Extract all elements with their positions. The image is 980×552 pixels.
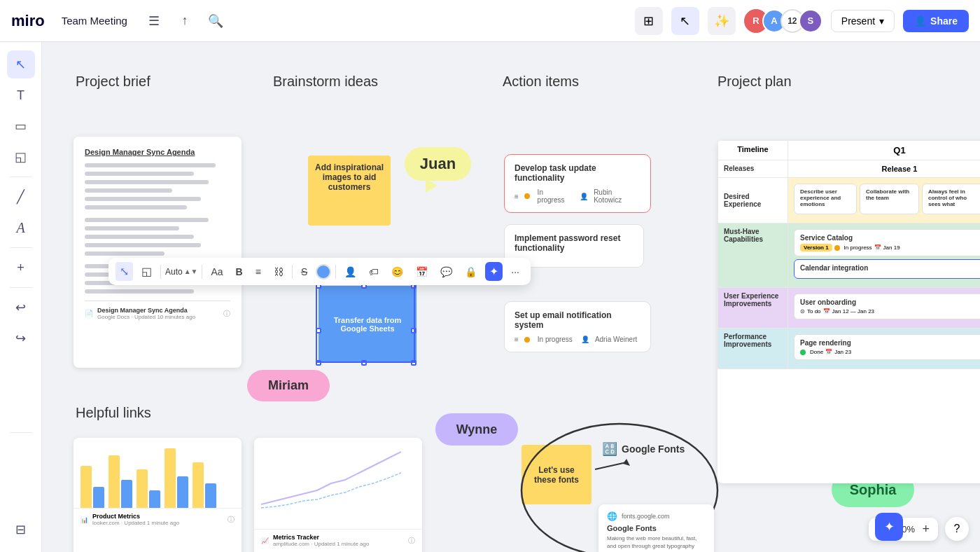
logo: miro bbox=[11, 12, 45, 30]
cursor-tool-header[interactable]: ↖ bbox=[671, 7, 699, 35]
status-dot-1 bbox=[524, 193, 530, 199]
upload-button[interactable]: ↑ bbox=[172, 8, 197, 34]
header: miro Team Meeting ☰ ↑ 🔍 ⊞ ↖ ✨ R A 12 S P… bbox=[0, 0, 980, 42]
tb-magic[interactable]: ✦ bbox=[485, 262, 503, 281]
avatar-group: R A 12 S bbox=[744, 9, 822, 33]
bubble-juan: Juan bbox=[405, 147, 471, 181]
helpful-card-2-source: amplitude.com · Updated 1 minute ago bbox=[273, 541, 369, 547]
tb-bold[interactable]: B bbox=[232, 263, 247, 280]
section-project-brief: Project brief bbox=[76, 74, 150, 90]
section-action-items: Action items bbox=[503, 74, 579, 90]
action-card-3[interactable]: Set up email notification system ≡ In pr… bbox=[504, 301, 651, 352]
tb-person[interactable]: 👤 bbox=[340, 263, 360, 280]
redo-tool[interactable]: ↪ bbox=[7, 324, 35, 352]
pen-tool[interactable]: ╱ bbox=[7, 183, 35, 211]
svg-marker-5 bbox=[623, 459, 630, 466]
header-right: ⊞ ↖ ✨ R A 12 S Present ▾ 👤 Share bbox=[635, 7, 969, 35]
action-card-1-title: Develop task update functionality bbox=[514, 163, 640, 183]
tb-color[interactable] bbox=[316, 264, 331, 280]
tb-frame[interactable]: ◱ bbox=[137, 262, 156, 281]
header-icons: ☰ ↑ 🔍 bbox=[141, 8, 228, 34]
tb-font[interactable]: Aa bbox=[206, 263, 227, 280]
canvas: Project brief Brainstorm ideas Action it… bbox=[42, 42, 980, 552]
tb-date[interactable]: 📅 bbox=[412, 263, 432, 280]
undo-tool[interactable]: ↩ bbox=[7, 294, 35, 322]
google-fonts-brand: 🔠 Google Fonts bbox=[602, 441, 685, 457]
google-fonts-card[interactable]: 🌐 fonts.google.com Google Fonts Making t… bbox=[598, 504, 714, 552]
marker-tool[interactable]: A bbox=[7, 214, 35, 242]
brainstorm-sticky-2[interactable]: Transfer data from Google Sheets bbox=[318, 286, 416, 363]
add-tool[interactable]: + bbox=[7, 254, 35, 282]
gfonts-desc: Making the web more beautiful, fast, and… bbox=[607, 534, 706, 550]
plan-desired-label: Desired Experience bbox=[718, 178, 788, 223]
plan-col-timeline: Timeline bbox=[718, 141, 788, 160]
bubble-miriam: Miriam bbox=[247, 370, 330, 401]
helpful-card-1[interactable]: 📊 Product Metrics looker.com · Updated 1… bbox=[74, 438, 241, 552]
tb-align[interactable]: ≡ bbox=[251, 263, 265, 280]
svg-line-4 bbox=[595, 462, 626, 469]
shapes-tool[interactable]: ◱ bbox=[7, 143, 35, 171]
zoom-in-button[interactable]: + bbox=[922, 522, 930, 537]
doc-footer-name: Design Manager Sync Agenda bbox=[97, 307, 195, 314]
doc-title: Design Manager Sync Agenda bbox=[85, 148, 230, 156]
present-button[interactable]: Present ▾ bbox=[831, 10, 895, 32]
bubble-wynne: Wynne bbox=[435, 413, 518, 446]
section-helpful-links: Helpful links bbox=[76, 405, 151, 421]
action-card-1[interactable]: Develop task update functionality ≡ In p… bbox=[504, 154, 651, 213]
menu-button[interactable]: ☰ bbox=[141, 8, 167, 34]
frame-tool[interactable]: ⊟ bbox=[7, 516, 35, 544]
tb-comment[interactable]: 💬 bbox=[436, 263, 456, 280]
doc-footer-source: Google Docs · Updated 10 minutes ago bbox=[97, 314, 195, 320]
tb-link[interactable]: ⛓ bbox=[270, 263, 288, 280]
plan-perf-label: Performance Improvements bbox=[718, 329, 788, 369]
plan-musthave-label: Must-Have Capabilities bbox=[718, 223, 788, 288]
search-button[interactable]: 🔍 bbox=[203, 8, 228, 34]
svg-marker-0 bbox=[426, 179, 438, 193]
helpful-card-2[interactable]: 📈 Metrics Tracker amplitude.com · Update… bbox=[254, 438, 422, 552]
helpful-card-1-title: Product Metrics bbox=[92, 513, 179, 520]
project-brief-card[interactable]: Design Manager Sync Agenda 📄 Design Mana… bbox=[74, 137, 241, 368]
help-button[interactable]: ? bbox=[945, 517, 969, 541]
sticky-tool[interactable]: ▭ bbox=[7, 112, 35, 140]
sidebar: ↖ T ▭ ◱ ╱ A + ↩ ↪ ⊟ bbox=[0, 42, 42, 552]
toolbar-icon-grid[interactable]: ⊞ bbox=[635, 7, 663, 35]
floating-toolbar: ⤡ ◱ Auto ▲▼ Aa B ≡ ⛓ S 👤 🏷 😊 📅 💬 🔒 ✦ ··· bbox=[108, 258, 531, 285]
tb-more[interactable]: ··· bbox=[507, 263, 524, 280]
tb-auto-label: Auto bbox=[165, 267, 183, 277]
tb-lock[interactable]: 🔒 bbox=[461, 263, 481, 280]
board-title[interactable]: Team Meeting bbox=[56, 12, 133, 29]
brainstorm-sticky-1[interactable]: Add inspirational images to aid customer… bbox=[308, 156, 391, 226]
cursor-tool[interactable]: ↖ bbox=[7, 50, 35, 78]
gfonts-title: Google Fonts bbox=[607, 524, 706, 532]
section-brainstorm: Brainstorm ideas bbox=[273, 74, 378, 90]
project-plan-card[interactable]: Timeline Q1 Releases Release 1 Desired E… bbox=[718, 140, 980, 483]
plan-ux-label: User Experience Improvements bbox=[718, 288, 788, 329]
helpful-card-2-title: Metrics Tracker bbox=[273, 534, 369, 541]
magic-button[interactable]: ✦ bbox=[875, 513, 903, 541]
action-card-2-title: Implement password reset functionality bbox=[514, 233, 634, 253]
share-button[interactable]: 👤 Share bbox=[903, 10, 969, 32]
text-tool[interactable]: T bbox=[7, 81, 35, 109]
action-card-3-title: Set up email notification system bbox=[514, 310, 640, 330]
plan-release1: Release 1 bbox=[788, 160, 981, 178]
plan-col-q1: Q1 bbox=[788, 141, 981, 160]
section-project-plan: Project plan bbox=[718, 74, 792, 90]
helpful-card-1-source: looker.com · Updated 1 minute ago bbox=[92, 520, 179, 526]
tb-scale[interactable]: ⤡ bbox=[115, 262, 133, 281]
avatar-3: S bbox=[799, 9, 822, 33]
fonts-sticky[interactable]: Let's use these fonts bbox=[522, 445, 592, 504]
tb-emoji[interactable]: 😊 bbox=[387, 263, 407, 280]
tb-strike[interactable]: S bbox=[297, 263, 312, 280]
tb-tag[interactable]: 🏷 bbox=[365, 263, 383, 280]
plan-releases-label: Releases bbox=[718, 160, 788, 178]
status-dot-3 bbox=[524, 337, 530, 343]
sparkle-tool-header[interactable]: ✨ bbox=[708, 7, 736, 35]
